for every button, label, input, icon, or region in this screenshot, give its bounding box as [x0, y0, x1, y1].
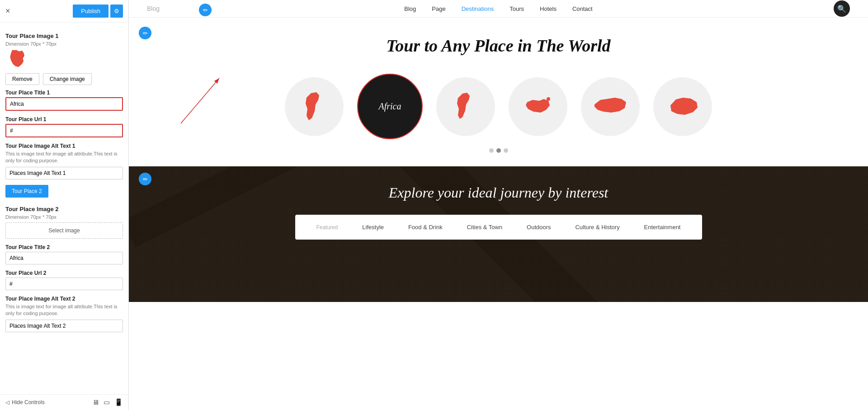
- nav-page[interactable]: Page: [432, 5, 445, 12]
- close-button[interactable]: ×: [5, 6, 10, 16]
- place-circle-4[interactable]: [509, 77, 567, 136]
- publish-settings-button[interactable]: ⚙: [110, 5, 123, 18]
- panel-footer: ◁ Hide Controls 🖥 ▭ 📱: [0, 394, 128, 410]
- explore-bg: Explore your ideal journey by interest F…: [129, 166, 868, 302]
- tour-place-alt-2-desc: This is image text for image alt attribu…: [5, 303, 123, 317]
- place-2-label: Africa: [379, 101, 401, 112]
- tour-place-title-1-section: Tour Place Title 1: [5, 90, 123, 113]
- tour-place-alt-1-desc: This is image text for image alt attribu…: [5, 151, 123, 165]
- place-5-svg: [592, 95, 628, 118]
- tour-place-2-section: Tour Place Image 2 Dimension 70px * 70px…: [5, 206, 123, 240]
- tour-place-alt-1-section: Tour Place Image Alt Text 1 This is imag…: [5, 143, 123, 181]
- change-image-button[interactable]: Change image: [43, 73, 92, 85]
- tour-place-title-2-section: Tour Place Title 2: [5, 244, 123, 266]
- places-row: Africa: [156, 74, 841, 139]
- search-icon: 🔍: [837, 5, 846, 13]
- nav-destinations[interactable]: Destinations: [462, 5, 494, 12]
- explore-tab-featured[interactable]: Featured: [312, 222, 341, 232]
- pencil-icon: ✏: [203, 7, 208, 14]
- tour-place-title-1-input[interactable]: [5, 97, 123, 111]
- hide-controls-button[interactable]: ◁ Hide Controls: [5, 399, 45, 405]
- tour-place-url-1-label: Tour Place Url 1: [5, 116, 123, 123]
- device-icons: 🖥 ▭ 📱: [92, 398, 123, 406]
- publish-button[interactable]: Publish: [73, 5, 108, 18]
- hero-section: ✏ Tour to Any Place in The World Africa: [129, 18, 868, 162]
- tour-place-url-2-input[interactable]: [5, 278, 123, 290]
- tour-place-1-label: Tour Place Image 1: [5, 33, 123, 39]
- hero-edit-pencil[interactable]: ✏: [139, 27, 151, 39]
- place-circle-2[interactable]: Africa: [357, 74, 423, 139]
- nav-tours[interactable]: Tours: [509, 5, 524, 12]
- explore-pencil-icon: ✏: [143, 176, 148, 183]
- svg-point-0: [547, 97, 550, 101]
- tablet-icon[interactable]: ▭: [104, 398, 110, 406]
- nav-dot-2[interactable]: [496, 148, 501, 153]
- tour-place-url-2-label: Tour Place Url 2: [5, 270, 123, 276]
- image-action-buttons: Remove Change image: [5, 73, 123, 85]
- nav-dot-3[interactable]: [504, 148, 508, 153]
- tour-place-title-2-label: Tour Place Title 2: [5, 244, 123, 250]
- place-3-svg: [454, 92, 477, 121]
- nav-dots: [156, 148, 841, 153]
- explore-tabs: Featured Lifestyle Food & Drink Cities &…: [295, 215, 702, 240]
- tour-place-title-2-input[interactable]: [5, 252, 123, 264]
- hero-pencil-icon: ✏: [143, 30, 148, 37]
- select-image-button[interactable]: Select image: [5, 222, 123, 239]
- explore-tab-lifestyle[interactable]: Lifestyle: [359, 222, 387, 232]
- tour-place-2-tab[interactable]: Tour Place 2: [5, 185, 48, 198]
- tour-place-url-1-section: Tour Place Url 1: [5, 116, 123, 139]
- tour-place-alt-1-input[interactable]: [5, 167, 123, 179]
- desktop-icon[interactable]: 🖥: [92, 398, 99, 406]
- svg-line-2: [181, 78, 219, 123]
- africa-svg: [5, 49, 32, 68]
- site-nav: Blog Blog Page Destinations Tours Hotels…: [129, 0, 868, 18]
- explore-tab-cities-town[interactable]: Cities & Town: [463, 222, 506, 232]
- explore-tab-outdoors[interactable]: Outdoors: [523, 222, 554, 232]
- place-6-svg: [666, 94, 700, 119]
- tour-place-1-section: Tour Place Image 1 Dimension 70px * 70px…: [5, 33, 123, 85]
- hide-controls-arrow-icon: ◁: [5, 399, 9, 405]
- tour-place-2-label: Tour Place Image 2: [5, 206, 123, 212]
- remove-button[interactable]: Remove: [5, 73, 39, 85]
- explore-tab-culture-history[interactable]: Culture & History: [571, 222, 623, 232]
- place-circle-6[interactable]: [653, 77, 712, 136]
- tour-place-alt-2-section: Tour Place Image Alt Text 2 This is imag…: [5, 296, 123, 334]
- left-panel: × Publish ⚙ Tour Place Image 1 Dimension…: [0, 0, 129, 410]
- publish-btn-wrap: Publish ⚙: [73, 5, 123, 18]
- nav-hotels[interactable]: Hotels: [540, 5, 557, 12]
- explore-tab-entertainment[interactable]: Entertainment: [641, 222, 684, 232]
- tour-place-url-1-input[interactable]: [5, 124, 123, 137]
- place-circle-5[interactable]: [581, 77, 640, 136]
- explore-section: ✏ Explore your ideal journey by interest…: [129, 166, 868, 302]
- mobile-icon[interactable]: 📱: [114, 398, 123, 406]
- tour-place-url-2-section: Tour Place Url 2: [5, 270, 123, 292]
- nav-links: Blog Page Destinations Tours Hotels Cont…: [404, 5, 592, 13]
- hero-title: Tour to Any Place in The World: [156, 36, 841, 56]
- place-4-svg: [524, 95, 553, 118]
- explore-tab-food-drink[interactable]: Food & Drink: [405, 222, 446, 232]
- tour-place-title-1-label: Tour Place Title 1: [5, 90, 123, 96]
- nav-dot-1[interactable]: [489, 148, 494, 153]
- nav-contact[interactable]: Contact: [572, 5, 593, 12]
- place-circle-1[interactable]: [285, 77, 344, 136]
- tour-place-alt-2-input[interactable]: [5, 320, 123, 332]
- tour-place-1-dim: Dimension 70px * 70px: [5, 41, 123, 47]
- red-arrow-svg: [129, 38, 292, 164]
- place-1-svg: [302, 91, 327, 123]
- nav-search-button[interactable]: 🔍: [834, 0, 850, 17]
- explore-title: Explore your ideal journey by interest: [389, 184, 609, 201]
- tour-place-2-dim: Dimension 70px * 70px: [5, 214, 123, 220]
- tour-place-alt-2-label: Tour Place Image Alt Text 2: [5, 296, 123, 302]
- main-content: Blog Blog Page Destinations Tours Hotels…: [129, 0, 868, 410]
- explore-edit-pencil[interactable]: ✏: [139, 173, 151, 185]
- nav-blog[interactable]: Blog: [404, 5, 416, 12]
- panel-content: Tour Place Image 1 Dimension 70px * 70px…: [0, 23, 128, 394]
- hide-controls-label: Hide Controls: [12, 399, 45, 405]
- tour-place-alt-1-label: Tour Place Image Alt Text 1: [5, 143, 123, 149]
- place-circle-3[interactable]: [436, 77, 495, 136]
- tour-place-1-image: [5, 49, 33, 70]
- nav-logo: Blog: [147, 5, 160, 12]
- panel-header: × Publish ⚙: [0, 0, 128, 23]
- nav-edit-pencil[interactable]: ✏: [199, 4, 212, 16]
